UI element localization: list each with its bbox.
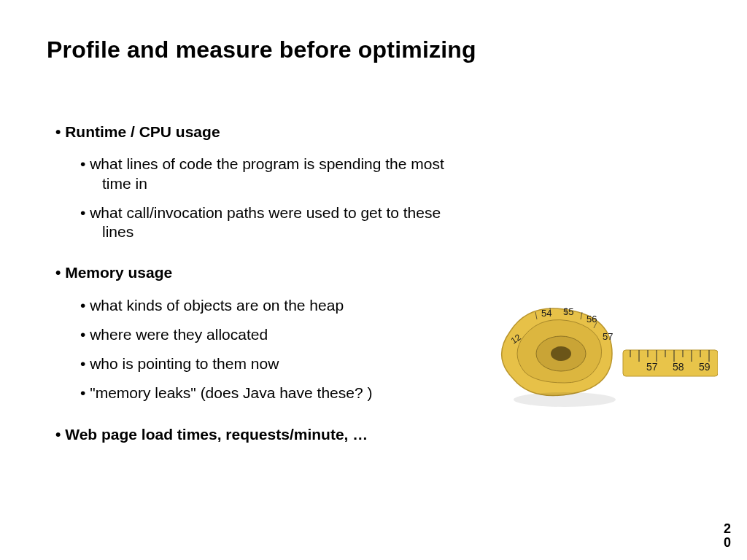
section-heading-memory: Memory usage [55,263,464,282]
page-number: 2 0 [722,522,732,550]
svg-text:55: 55 [563,306,573,317]
list-item: what call/invocation paths were used to … [80,203,464,242]
page-number-digit: 2 [722,522,732,536]
svg-point-12 [536,336,586,371]
svg-text:56: 56 [587,314,597,324]
svg-text:54: 54 [541,308,551,319]
slide-body: Runtime / CPU usage what lines of code t… [55,122,464,444]
memory-list: what kinds of objects are on the heap wh… [80,296,464,403]
tape-number: 59 [699,361,711,373]
section-heading-web: Web page load times, requests/minute, … [55,425,464,444]
slide-title: Profile and measure before optimizing [47,36,476,63]
section-heading-runtime: Runtime / CPU usage [55,122,464,141]
list-item: where were they allocated [80,325,464,344]
tape-number: 58 [673,361,684,373]
slide: Profile and measure before optimizing Ru… [0,0,747,560]
tape-number: 57 [646,361,658,373]
svg-line-22 [581,312,582,319]
page-number-digit: 0 [722,536,732,550]
runtime-list: what lines of code the program is spendi… [80,155,464,241]
svg-text:12: 12 [509,332,523,346]
svg-line-19 [535,312,537,319]
svg-line-23 [594,322,597,328]
list-item: "memory leaks" (does Java have these? ) [80,384,464,402]
svg-point-13 [551,346,571,361]
svg-rect-0 [623,350,718,376]
list-item: what lines of code the program is spendi… [80,155,464,193]
svg-line-20 [550,308,551,315]
svg-text:57: 57 [603,331,613,342]
list-item: who is pointing to them now [80,354,464,373]
svg-rect-1 [623,350,718,376]
list-item: what kinds of objects are on the heap [80,296,464,315]
svg-point-24 [514,392,616,407]
measuring-tape-icon: 57 58 59 12 54 55 56 57 [484,292,718,416]
